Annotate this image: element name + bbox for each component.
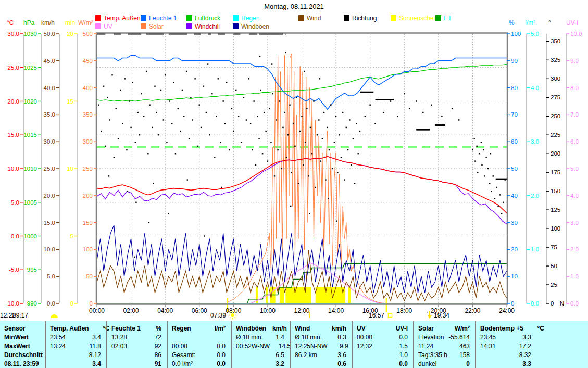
tick-label-kmh: 0.0: [47, 300, 55, 307]
tick-label-wm2: 400: [83, 85, 93, 91]
tick-label-hpa: 1010: [23, 166, 37, 172]
wind-direction-dot: [274, 175, 275, 176]
row-label: MaxWert: [4, 342, 30, 350]
wind-direction-dot: [158, 134, 159, 135]
tick-label-lm2: 3.0: [531, 138, 539, 145]
tick-label-pct: 80: [511, 85, 518, 91]
tick-label-hpa: 995: [27, 267, 37, 273]
cell-value: 1.5: [390, 342, 408, 350]
wind-direction-dot: [309, 213, 310, 214]
wind-direction-dot: [477, 172, 478, 173]
half-sun-icon: [50, 313, 58, 319]
wind-direction-dot: [189, 138, 190, 139]
table-col-regen: Regenl/m²00:000.0Gesamt:0.00.0 l/m²0.0: [167, 321, 231, 368]
sensor-name: Bodentemp +5: [480, 325, 523, 332]
wind-direction-dot: [503, 202, 504, 203]
wind-direction-dot: [474, 160, 476, 161]
wind-direction-dot: [374, 123, 376, 124]
cell-value: 1.0: [390, 351, 408, 359]
wind-direction-dot: [365, 116, 366, 117]
tick-label-wm2: 500: [83, 31, 93, 37]
cell-left: 13:24: [50, 342, 66, 350]
x-tick-label: 02:00: [123, 307, 139, 314]
row-label: MinWert: [4, 334, 29, 341]
wind-direction-dot: [252, 149, 253, 150]
wind-direction-dot: [194, 78, 195, 79]
cell-value: 86: [144, 351, 161, 359]
cell-value: 14.5: [273, 342, 291, 350]
tick-label-pct: 10: [511, 273, 518, 280]
weather-chart: 30.025.020.015.010.05.00.0-5.0-10.010301…: [0, 0, 588, 324]
tick-label-deg: 325: [551, 57, 560, 63]
wind-direction-dot: [354, 183, 355, 184]
wind-direction-dot: [204, 235, 205, 236]
wind-direction-dot: [284, 112, 285, 113]
sensor-unit: %: [144, 325, 161, 332]
tick-label-deg: 350: [551, 38, 560, 44]
wind-direction-dot: [229, 149, 230, 150]
wind-direction-dot: [222, 100, 223, 101]
wind-direction-dot: [169, 100, 170, 101]
table-col-feuchte-1: Feuchte 1%13:287202:03928691: [106, 321, 167, 368]
wind-direction-dot: [305, 142, 306, 143]
wind-direction-dot: [152, 127, 153, 128]
cell-left: 00:52: [236, 342, 252, 350]
wind-direction-dot: [165, 74, 166, 75]
tick-label-lm2: 0.0: [531, 300, 539, 307]
sensor-name: Temp. Außen: [50, 325, 89, 332]
wind-direction-dot: [317, 134, 318, 135]
wind-direction-dot: [255, 164, 256, 166]
tick-label-uvi: 0.0: [570, 300, 579, 307]
wind-direction-dot: [154, 86, 155, 87]
wind-direction-dot: [166, 142, 167, 143]
wind-direction-dot: [349, 119, 350, 120]
wind-direction-dot: [282, 127, 283, 128]
tick-label-min: 15: [67, 98, 73, 105]
cell-left: 02:03: [111, 342, 127, 350]
wind-direction-dot: [304, 71, 305, 72]
x-tick-label: 06:00: [192, 307, 207, 314]
wind-direction-dot: [276, 119, 277, 120]
wind-direction-dot: [116, 108, 117, 109]
wind-direction-dot: [481, 142, 482, 143]
tick-label-deg: 275: [551, 94, 560, 100]
sunset-time: 16:57: [365, 312, 384, 319]
tick-label-deg: 150: [551, 188, 560, 194]
wind-direction-dot: [149, 104, 150, 105]
wind-direction-dot: [214, 157, 215, 158]
solar-noon-time: 12:22: [0, 312, 16, 319]
table-col-temp-aussen: Temp. Außen°C23:543.413:2411.88.123.4: [45, 321, 106, 368]
wind-direction-dot: [351, 164, 352, 166]
tick-label-uvi: 5.0: [570, 166, 579, 172]
cell-value: 6.5: [267, 351, 284, 359]
wind-direction-dot: [291, 172, 292, 173]
wind-direction-dot: [289, 104, 290, 105]
wind-direction-dot: [313, 100, 314, 101]
tick-label-wm2: 0: [90, 300, 93, 307]
tick-label-lm2: 1.0: [531, 246, 539, 252]
wind-direction-dot: [246, 119, 247, 120]
wind-direction-dot: [129, 100, 130, 101]
row-label: Durchschnitt: [4, 351, 43, 359]
tick-label-deg: 75: [551, 244, 557, 250]
wind-direction-dot: [163, 119, 164, 120]
wind-direction-dot: [265, 131, 266, 132]
wind-direction-dot: [279, 100, 280, 101]
moonrise-arrow-icon: [426, 311, 433, 319]
tick-label-wm2: 100: [83, 246, 93, 252]
tick-label-deg: 300: [551, 75, 560, 82]
wind-direction-dot: [218, 78, 219, 79]
tick-label-temp: 15.0: [8, 132, 19, 138]
wind-direction-dot: [303, 164, 304, 166]
wind-direction-dot: [260, 90, 261, 91]
wind-direction-dot: [327, 127, 328, 128]
x-tick-label: 22:00: [465, 307, 480, 314]
cell-left: dunkel: [418, 360, 436, 367]
cell-value: -55.614: [448, 334, 470, 341]
tick-label-kmh: 25.0: [44, 166, 55, 172]
wind-direction-dot: [322, 138, 323, 139]
row-label: Sensor: [4, 325, 26, 332]
wind-direction-dot: [203, 86, 204, 87]
sunshine-bar: [285, 287, 311, 303]
tick-label-kmh: 50.0: [44, 31, 55, 37]
